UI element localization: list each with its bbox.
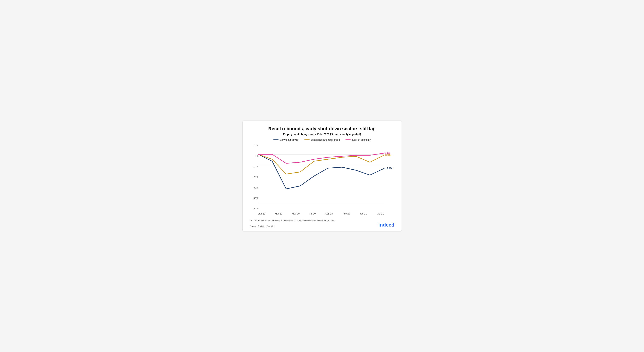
x-label-mar20: Mar-20 <box>275 212 282 215</box>
x-label-jul20: Jul-20 <box>309 212 316 215</box>
legend-item-early-shutdown: Early shut-down* <box>273 138 299 141</box>
line-rest-economy <box>258 153 384 163</box>
indeed-logo-text: indeed <box>378 222 394 228</box>
legend-line-wholesale-retail <box>304 140 310 140</box>
y-label-10: 10% <box>250 144 258 147</box>
legend-line-early-shutdown <box>273 140 278 140</box>
chart-container: Retail rebounds, early shut-down sectors… <box>242 120 402 232</box>
chart-svg <box>258 144 384 211</box>
y-axis-labels: 10% 0% -10% -20% -30% -40% -50% <box>250 144 258 215</box>
footnote-text: *Accommodation and food service, informa… <box>250 219 334 222</box>
chart-legend: Early shut-down* Wholesale and retail tr… <box>250 138 394 141</box>
end-label-wholesale: -0.9% <box>384 154 391 156</box>
y-label-neg20: -20% <box>250 176 258 178</box>
y-label-0: 0% <box>250 155 258 157</box>
line-early-shutdown <box>258 154 384 189</box>
source-text: Source: Statistics Canada <box>250 224 334 228</box>
x-label-sep20: Sep-20 <box>325 212 333 215</box>
x-axis-labels: Jan-20 Mar-20 May-20 Jul-20 Sep-20 Nov-2… <box>258 212 384 215</box>
y-label-neg40: -40% <box>250 197 258 199</box>
chart-title: Retail rebounds, early shut-down sectors… <box>250 126 394 132</box>
x-label-jan20: Jan-20 <box>258 212 265 215</box>
x-label-jan21: Jan-21 <box>360 212 367 215</box>
y-label-neg50: -50% <box>250 208 258 210</box>
x-label-nov20: Nov-20 <box>342 212 350 215</box>
legend-label-wholesale-retail: Wholesale and retail trade <box>311 138 340 141</box>
indeed-logo: indeed <box>378 222 394 228</box>
legend-item-rest-economy: Rest of economy <box>346 138 371 141</box>
x-label-may20: May-20 <box>292 212 300 215</box>
chart-main: Jan-20 Mar-20 May-20 Jul-20 Sep-20 Nov-2… <box>258 144 384 215</box>
chart-svg-wrapper: 10% 0% -10% -20% -30% -40% -50% <box>250 144 394 215</box>
footer-row: *Accommodation and food service, informa… <box>250 216 394 228</box>
y-label-neg30: -30% <box>250 186 258 189</box>
y-label-neg10: -10% <box>250 166 258 168</box>
legend-line-rest-economy <box>346 140 351 140</box>
chart-subtitle: Employment change since Feb. 2020 (%, se… <box>250 132 394 136</box>
chart-area: 10% 0% -10% -20% -30% -40% -50% <box>250 144 394 215</box>
legend-label-early-shutdown: Early shut-down* <box>280 138 299 141</box>
end-label-early-shutdown: -14.4% <box>384 167 392 170</box>
footnotes: *Accommodation and food service, informa… <box>250 216 334 228</box>
legend-item-wholesale-retail: Wholesale and retail trade <box>304 138 340 141</box>
x-label-mar21: Mar-21 <box>376 212 384 215</box>
legend-label-rest-economy: Rest of economy <box>352 138 371 141</box>
